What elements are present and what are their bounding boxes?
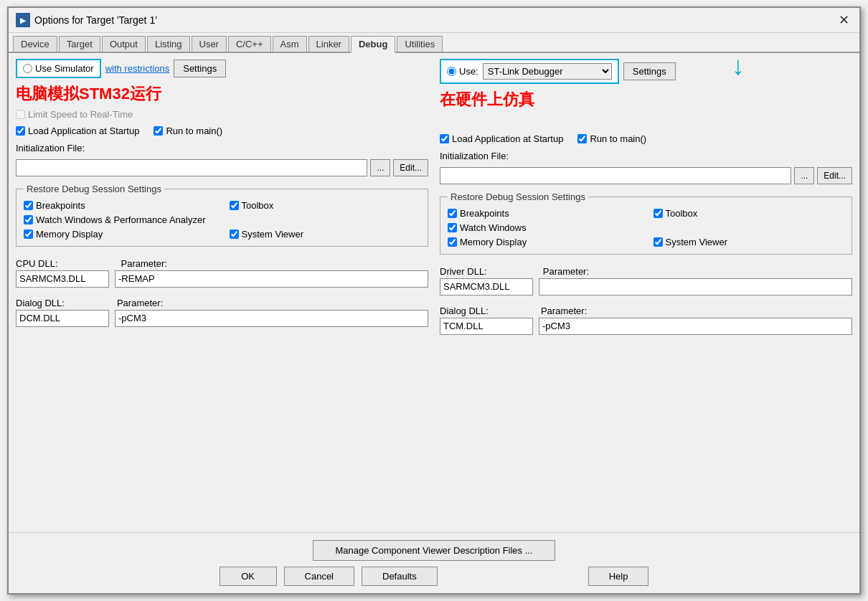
tab-bar: Device Target Output Listing User C/C++ … xyxy=(9,33,859,53)
right-annotation: 在硬件上仿真 xyxy=(440,90,852,110)
right-memory-display-checkbox[interactable] xyxy=(448,237,457,247)
left-init-file-row: ... Edit... xyxy=(16,159,428,176)
right-dialog-dll-input[interactable] xyxy=(440,318,533,335)
left-cpu-dll-section: CPU DLL: Parameter: xyxy=(16,258,428,290)
left-dialog-dll-input[interactable] xyxy=(16,310,109,327)
title-bar: ▶ Options for Target 'Target 1' ✕ xyxy=(9,8,859,33)
right-dialog-dll-param-input[interactable] xyxy=(539,318,852,335)
tab-output[interactable]: Output xyxy=(102,36,146,52)
use-simulator-radio-label[interactable]: Use Simulator xyxy=(23,63,94,74)
left-load-app-row: Load Application at Startup xyxy=(16,126,139,136)
with-restrictions-link[interactable]: with restrictions xyxy=(105,63,170,74)
right-dialog-dll-section: Dialog DLL: Parameter: xyxy=(440,306,852,338)
right-init-file-input[interactable] xyxy=(440,167,791,184)
right-init-edit-button[interactable]: Edit... xyxy=(817,167,852,184)
left-system-viewer-label: System Viewer xyxy=(242,229,303,240)
use-debugger-radio-label[interactable]: Use: xyxy=(447,66,478,77)
footer-buttons-row: OK Cancel Defaults Help xyxy=(16,567,852,586)
close-button[interactable]: ✕ xyxy=(836,12,852,28)
left-watch-windows-row: Watch Windows & Performance Analyzer xyxy=(24,214,420,225)
right-run-to-main-checkbox[interactable] xyxy=(577,134,587,143)
left-init-edit-button[interactable]: Edit... xyxy=(393,159,428,176)
left-cpu-dll-input[interactable] xyxy=(16,270,109,288)
tab-cpp[interactable]: C/C++ xyxy=(228,36,271,52)
left-system-viewer-checkbox[interactable] xyxy=(230,229,239,239)
right-toolbox-checkbox[interactable] xyxy=(654,209,663,218)
right-driver-dll-param-input[interactable] xyxy=(539,278,852,295)
left-restore-group-label: Restore Debug Session Settings xyxy=(24,184,164,194)
right-panel: Use: ST-Link Debugger Settings 在硬件上仿真 Lo… xyxy=(440,59,852,526)
use-label: Use: xyxy=(459,66,478,77)
left-toolbox-checkbox[interactable] xyxy=(230,201,239,210)
left-load-app-checkbox[interactable] xyxy=(16,126,25,136)
tab-linker[interactable]: Linker xyxy=(308,36,349,52)
right-driver-dll-input[interactable] xyxy=(440,278,533,295)
left-init-file-input[interactable] xyxy=(16,159,367,176)
right-driver-dll-param-label: Parameter: xyxy=(543,266,589,277)
right-memory-display-row: Memory Display xyxy=(448,237,639,247)
tab-debug[interactable]: Debug xyxy=(351,36,395,53)
left-breakpoints-checkbox[interactable] xyxy=(24,201,33,210)
debugger-select[interactable]: ST-Link Debugger xyxy=(483,63,612,80)
limit-speed-label: Limit Speed to Real-Time xyxy=(28,109,133,120)
right-load-app-row: Load Application at Startup xyxy=(440,133,563,144)
right-load-app-label: Load Application at Startup xyxy=(452,133,563,144)
window-title: Options for Target 'Target 1' xyxy=(34,14,157,26)
use-debugger-radio[interactable] xyxy=(447,67,456,76)
tab-utilities[interactable]: Utilities xyxy=(397,36,443,52)
limit-speed-row: Limit Speed to Real-Time xyxy=(16,109,428,120)
app-icon: ▶ xyxy=(16,13,30,27)
left-run-to-main-checkbox[interactable] xyxy=(154,126,163,136)
left-dialog-dll-param-label: Parameter: xyxy=(117,298,163,308)
defaults-button[interactable]: Defaults xyxy=(362,567,438,586)
simulator-settings-button[interactable]: Settings xyxy=(174,60,226,77)
left-system-viewer-row: System Viewer xyxy=(230,229,421,240)
left-cpu-dll-param-label: Parameter: xyxy=(121,258,167,269)
right-watch-windows-checkbox[interactable] xyxy=(448,223,457,232)
right-memory-display-label: Memory Display xyxy=(460,237,527,247)
left-breakpoints-label: Breakpoints xyxy=(36,200,85,211)
debugger-settings-button[interactable]: Settings xyxy=(623,62,676,80)
right-system-viewer-checkbox[interactable] xyxy=(654,237,663,247)
left-dialog-dll-section: Dialog DLL: Parameter: xyxy=(16,298,428,330)
left-watch-windows-checkbox[interactable] xyxy=(24,215,33,224)
left-memory-display-checkbox[interactable] xyxy=(24,229,33,239)
tab-user[interactable]: User xyxy=(192,36,227,52)
tab-asm[interactable]: Asm xyxy=(273,36,307,52)
right-watch-windows-label: Watch Windows xyxy=(460,222,527,233)
help-button[interactable]: Help xyxy=(588,567,649,586)
left-restore-group: Restore Debug Session Settings Breakpoin… xyxy=(16,184,428,247)
left-dialog-dll-param-input[interactable] xyxy=(115,310,428,327)
use-simulator-radio[interactable] xyxy=(23,64,32,73)
left-init-file-label: Initialization File: xyxy=(16,143,428,153)
arrow-annotation: ↓ xyxy=(732,51,745,81)
right-toolbox-label: Toolbox xyxy=(666,208,698,219)
left-memory-display-label: Memory Display xyxy=(36,229,103,240)
simulator-selector-row: Use Simulator with restrictions Settings xyxy=(16,59,428,78)
tab-target[interactable]: Target xyxy=(59,36,100,52)
tab-device[interactable]: Device xyxy=(13,36,57,52)
right-breakpoints-row: Breakpoints xyxy=(448,208,639,219)
limit-speed-checkbox[interactable] xyxy=(16,110,25,119)
left-init-browse-button[interactable]: ... xyxy=(370,159,390,176)
right-breakpoints-checkbox[interactable] xyxy=(448,209,457,218)
right-breakpoints-label: Breakpoints xyxy=(460,208,509,219)
right-system-viewer-row: System Viewer xyxy=(654,237,845,247)
right-run-to-main-label: Run to main() xyxy=(590,133,646,144)
tab-listing[interactable]: Listing xyxy=(147,36,190,52)
right-load-app-checkbox[interactable] xyxy=(440,134,449,143)
debugger-selector-row: Use: ST-Link Debugger Settings xyxy=(440,59,852,84)
main-content: Use Simulator with restrictions Settings… xyxy=(9,53,859,532)
left-watch-windows-label: Watch Windows & Performance Analyzer xyxy=(36,214,206,225)
panel-divider xyxy=(428,59,440,526)
cancel-button[interactable]: Cancel xyxy=(284,567,354,586)
left-breakpoints-row: Breakpoints xyxy=(24,200,215,211)
right-dialog-dll-param-label: Parameter: xyxy=(541,306,587,316)
manage-component-viewer-button[interactable]: Manage Component Viewer Description File… xyxy=(313,540,555,561)
left-cpu-dll-param-input[interactable] xyxy=(115,270,428,288)
right-toolbox-row: Toolbox xyxy=(654,208,845,219)
right-restore-group-label: Restore Debug Session Settings xyxy=(448,191,588,202)
right-init-browse-button[interactable]: ... xyxy=(794,167,814,184)
left-dialog-dll-row xyxy=(16,310,428,327)
ok-button[interactable]: OK xyxy=(220,567,277,586)
